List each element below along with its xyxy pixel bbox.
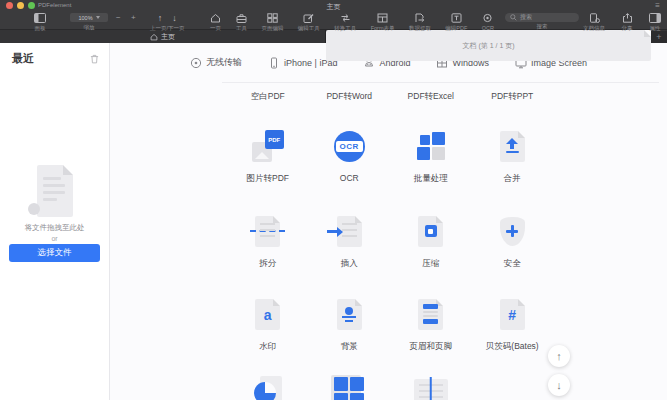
ocr-button[interactable]: OCR (482, 13, 494, 32)
background-icon (337, 299, 362, 330)
insert-icon (337, 216, 362, 247)
convert-tools-button[interactable]: 转换工具 (334, 13, 356, 32)
arrow-down-icon: ↓ (172, 13, 177, 23)
briefcase-icon (236, 13, 247, 23)
feature-label: 压缩 (422, 258, 439, 270)
feature-label: 拆分 (259, 258, 276, 270)
feature-merge[interactable]: 合并 (472, 128, 554, 185)
page-edit-label: 页面编辑 (261, 25, 283, 32)
tab-bar: 主页 文档 (第 1 / 1 页) + (0, 30, 667, 43)
document-info-button[interactable]: 文档信息 (583, 13, 605, 32)
feature-row-4 (227, 374, 553, 400)
feature-crop[interactable] (227, 374, 309, 400)
feature-header-footer[interactable]: 页眉和页脚 (390, 296, 472, 353)
next-page-button[interactable]: ↓ (172, 13, 177, 23)
or-text: or (0, 235, 109, 242)
toolbar-right-group: 文档信息 分享 属性 (583, 13, 661, 32)
feature-ocr[interactable]: OCR OCR (309, 128, 391, 185)
feature-label: 空白PDF (251, 91, 285, 103)
text-square-icon (451, 13, 462, 23)
feature-batch-process[interactable]: 批量处理 (390, 128, 472, 185)
scroll-down-button[interactable]: ↓ (548, 374, 570, 396)
share-label: 分享 (622, 25, 633, 32)
pencil-square-icon (303, 13, 314, 23)
feature-background[interactable]: 背景 (309, 296, 391, 353)
feature-label: 图片转PDF (247, 173, 290, 185)
data-extract-button[interactable]: 数据提取 (409, 13, 431, 32)
new-tab-button[interactable]: + (651, 30, 667, 43)
arrow-up-icon: ↑ (556, 350, 562, 362)
edit-tools-label: 编辑工具 (298, 25, 320, 32)
tools-button[interactable]: 工具 (236, 13, 247, 32)
feature-label: OCR (340, 173, 359, 183)
feature-watermark[interactable]: a 水印 (227, 296, 309, 353)
book-divider-icon (414, 379, 448, 400)
feature-empty-slot (472, 374, 554, 400)
form-button[interactable]: Form表单 (371, 13, 395, 32)
previous-page-button[interactable]: ↑ (158, 13, 163, 23)
properties-button[interactable]: 属性 (649, 13, 661, 32)
main-toolbar: 面板 100% 缩放 − + ↑ ↓ 上一页/下一页 一页 工具 (0, 11, 667, 30)
search-placeholder: 搜索 (520, 13, 532, 22)
feature-blank-pdf[interactable]: 空白PDF (227, 91, 309, 103)
feature-pdf-to-excel[interactable]: PDF转Excel (390, 91, 472, 103)
scroll-up-button[interactable]: ↑ (548, 345, 570, 367)
document-gear-icon (589, 13, 600, 23)
tab-document-label: 文档 (第 1 / 1 页) (462, 41, 514, 51)
pages-grid-icon (267, 13, 278, 23)
compress-icon (418, 216, 443, 247)
single-page-view-button[interactable]: 一页 (210, 13, 221, 32)
arrow-up-icon: ↑ (158, 13, 163, 23)
feature-security[interactable]: 安全 (472, 213, 554, 270)
feature-label: 背景 (341, 341, 358, 353)
watermark-icon: a (255, 299, 280, 330)
panel-toggle-button[interactable]: 面板 (34, 13, 46, 32)
properties-label: 属性 (650, 25, 661, 32)
empty-state-illustration (37, 165, 73, 217)
feature-bates-numbering[interactable]: # 贝茨码(Bates) (472, 296, 554, 353)
convert-arrows-icon (340, 13, 351, 23)
pie-circle-icon (252, 376, 284, 400)
feature-pdf-to-ppt[interactable]: PDF转PPT (472, 91, 554, 103)
split-icon (255, 216, 280, 247)
feature-label: 页眉和页脚 (410, 341, 453, 353)
wireless-icon (190, 57, 202, 69)
feature-insert[interactable]: 插入 (309, 213, 391, 270)
feature-pdf-to-word[interactable]: PDF转Word (309, 91, 391, 103)
zoom-out-button[interactable]: − (116, 13, 121, 23)
merge-icon (500, 131, 525, 162)
choose-file-button[interactable]: 选择文件 (9, 244, 100, 262)
edit-pdf-button[interactable]: 编辑PDF (445, 13, 467, 32)
chevron-down-icon (96, 16, 100, 19)
feature-label: 批量处理 (414, 173, 448, 185)
form-table-icon (377, 13, 388, 23)
feature-row-2: 拆分 插入 压缩 安全 (227, 213, 553, 270)
divider (222, 82, 659, 83)
feature-image-to-pdf[interactable]: PDF 图片转PDF (227, 128, 309, 185)
feature-label: 贝茨码(Bates) (486, 341, 539, 353)
page-view-icon (210, 13, 221, 23)
page-edit-button[interactable]: 页面编辑 (261, 13, 283, 32)
share-button[interactable]: 分享 (622, 13, 633, 32)
trash-icon[interactable] (90, 54, 99, 64)
panel-toggle-label: 面板 (35, 25, 46, 32)
zoom-label: 缩放 (84, 24, 95, 31)
feature-row-3: a 水印 背景 页眉和页脚 # 贝茨码(Bates) (227, 296, 553, 353)
arrow-down-icon: ↓ (556, 379, 562, 391)
tools-label: 工具 (236, 25, 247, 32)
zoom-dropdown[interactable]: 100% (70, 13, 108, 22)
search-label: 搜索 (537, 23, 548, 30)
edit-tools-button[interactable]: 编辑工具 (298, 13, 320, 32)
tab-document[interactable]: 文档 (第 1 / 1 页) (326, 30, 651, 61)
feature-tile-pages[interactable] (309, 374, 391, 400)
feature-compare[interactable] (390, 374, 472, 400)
search-input[interactable]: 搜索 (505, 13, 579, 22)
feature-split[interactable]: 拆分 (227, 213, 309, 270)
zoom-in-button[interactable]: + (131, 13, 136, 23)
feature-row-1: PDF 图片转PDF OCR OCR 批量处理 合并 (227, 128, 553, 185)
feature-compress[interactable]: 压缩 (390, 213, 472, 270)
transfer-wireless[interactable]: 无线传输 (190, 56, 242, 69)
hamburger-menu-icon[interactable]: ≡ (655, 1, 660, 10)
convert-tools-label: 转换工具 (334, 25, 356, 32)
tab-home[interactable]: 主页 (0, 30, 326, 43)
